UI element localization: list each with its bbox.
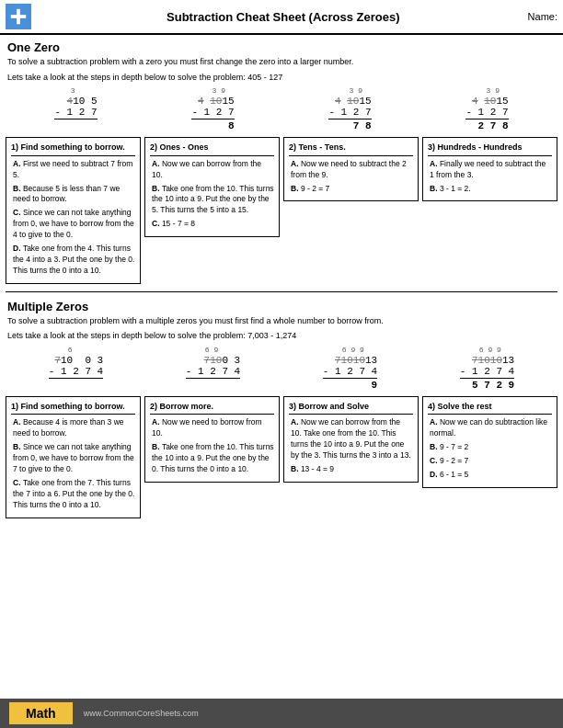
section-divider [6,291,557,292]
box3: 2) Tens - Tens. A. Now we need to subtra… [283,137,419,201]
sub-2: - 1 2 7 [191,107,234,118]
s2-top-4: 7101013 [460,355,514,366]
s2-sub-1: - 1 2 7 4 [49,366,103,377]
s2-box2-item-b: B. Take one from the 10. This turns the … [150,442,274,475]
box4-item-a: A. Finally we need to subtract the 1 fro… [428,159,552,181]
problem-3: 3 9 4 1015 - 1 2 7 7 8 [328,86,371,131]
box4-title: 3) Hundreds - Hundreds [428,142,552,156]
section1-boxes: 1) Find something to borrow. A. First we… [6,137,557,284]
s2-box1-item-c: C. Take one from the 7. This turns the 7… [11,478,135,511]
box1-label-c: C. [13,208,23,217]
problem-4: 3 9 4 1015 - 1 2 7 2 7 8 [465,86,508,131]
logo [6,4,31,29]
s2-ans-4: 5 7 2 9 [460,380,514,391]
section1-desc1: To solve a subtraction problem with a ze… [7,56,556,68]
s2-problem-4: 6 9 9 7101013 - 1 2 7 4 5 7 2 9 [460,346,514,391]
box2-item-b: B. Take one from the 10. This turns the … [150,184,274,217]
box4-item-b: B. 3 - 1 = 2. [428,184,552,195]
s2-ans-1 [49,380,103,391]
s2-top-3: 7101013 [323,355,377,366]
carry-2: 3 9 [191,86,234,96]
ans-2: 8 [191,120,234,131]
sub-1: - 1 2 7 [54,107,97,118]
problem-1: 3 410 5 - 1 2 7 [54,86,97,131]
box2: 2) Ones - Ones A. Now we can borrow from… [144,137,280,237]
s2-box2-title: 2) Borrow more. [150,401,274,415]
carry-4: 3 9 [465,86,508,96]
s2-box3-title: 3) Borrow and Solve [289,401,413,415]
problem-2: 3 9 4 1015 - 1 2 7 8 [191,86,234,131]
s2-ans-3: 9 [323,380,377,391]
top-2: 4 1015 [191,96,234,107]
sub-4: - 1 2 7 [465,107,508,118]
section2-problems: 6 710 0 3 - 1 2 7 4 6 9 7100 3 - 1 2 7 4… [7,346,556,391]
s2-box1-item-b: B. Since we can not take anything from 0… [11,442,135,475]
box1: 1) Find something to borrow. A. First we… [6,137,141,284]
box1-label-d: D. [13,244,23,253]
s2-box4-item-b: B. 9 - 7 = 2 [428,442,552,453]
s2-box4: 4) Solve the rest A. Now we can do subtr… [422,396,557,488]
page-title: Subtraction Cheat Sheet (Across Zeroes) [39,10,528,24]
box1-item-b: B. Because 5 is less than 7 we need to b… [11,184,135,206]
s2-box2-item-a: A. Now we need to borrow from 10. [150,417,274,439]
s2-box4-item-d: D. 6 - 1 = 5 [428,470,552,481]
section2-desc1: To solve a subtraction problem with a mu… [7,315,556,327]
box1-item-d: D. Take one from the 4. This turns the 4… [11,244,135,277]
ans-1 [54,120,97,131]
ans-4: 2 7 8 [465,120,508,131]
page-header: Subtraction Cheat Sheet (Across Zeroes) … [0,0,563,35]
s2-box1-title: 1) Find something to borrow. [11,401,135,415]
section1-title: One Zero [7,40,556,54]
footer-url: www.CommonCoreSheets.com [84,709,199,718]
s2-box1: 1) Find something to borrow. A. Because … [6,396,141,518]
svg-rect-1 [11,15,27,18]
s2-ans-2 [186,380,240,391]
s2-sub-4: - 1 2 7 4 [460,366,514,377]
s2-top-1: 710 0 3 [49,355,103,366]
box2-item-a: A. Now we can borrow from the 10. [150,159,274,181]
s2-problem-1: 6 710 0 3 - 1 2 7 4 [49,346,103,391]
box1-item-c: C. Since we can not take anything from 0… [11,208,135,241]
box2-item-c: C. 15 - 7 = 8 [150,219,274,230]
s2-top-2: 7100 3 [186,355,240,366]
s2-box3-item-b: B. 13 - 4 = 9 [289,464,413,475]
section1-problems: 3 410 5 - 1 2 7 3 9 4 1015 - 1 2 7 8 3 9… [7,86,556,131]
s2-carry-3: 6 9 9 [323,346,377,355]
name-label: Name: [528,11,557,22]
s2-carry-1: 6 [49,346,103,355]
box3-title: 2) Tens - Tens. [289,142,413,156]
box3-item-a: A. Now we need to subtract the 2 from th… [289,159,413,181]
s2-box4-item-c: C. 9 - 2 = 7 [428,456,552,467]
s2-carry-2: 6 9 [186,346,240,355]
s2-problem-3: 6 9 9 7101013 - 1 2 7 4 9 [323,346,377,391]
page-footer: Math www.CommonCoreSheets.com [0,699,563,728]
s2-box4-item-a: A. Now we can do subtraction like normal… [428,417,552,439]
section2-boxes: 1) Find something to borrow. A. Because … [6,396,557,518]
s2-sub-3: - 1 2 7 4 [323,366,377,377]
section1-desc2: Lets take a look at the steps in depth b… [7,72,556,84]
s2-box3: 3) Borrow and Solve A. Now we can borrow… [283,396,419,483]
box3-item-b: B. 9 - 2 = 7 [289,184,413,195]
box1-item-a: A. First we need to subtract 7 from 5. [11,159,135,181]
top-3: 4 1015 [328,96,371,107]
s2-carry-4: 6 9 9 [460,346,514,355]
s2-box2: 2) Borrow more. A. Now we need to borrow… [144,396,280,483]
s2-box4-title: 4) Solve the rest [428,401,552,415]
carry-3: 3 9 [328,86,371,96]
top-4: 4 1015 [465,96,508,107]
box2-title: 2) Ones - Ones [150,142,274,156]
footer-math-label: Math [9,702,73,724]
box1-label-b: B. [13,184,23,193]
section2-title: Multiple Zeros [7,300,556,313]
s2-box3-item-a: A. Now we can borrow from the 10. Take o… [289,417,413,461]
s2-problem-2: 6 9 7100 3 - 1 2 7 4 [186,346,240,391]
box1-label-a: A. [13,159,23,168]
top-1: 410 5 [54,96,97,107]
box4: 3) Hundreds - Hundreds A. Finally we nee… [422,137,557,201]
s2-sub-2: - 1 2 7 4 [186,366,240,377]
section2-desc2: Lets take a look at the steps in depth b… [7,330,556,342]
box1-title: 1) Find something to borrow. [11,142,135,156]
sub-3: - 1 2 7 [328,107,371,118]
s2-box1-item-a: A. Because 4 is more than 3 we need to b… [11,417,135,439]
ans-3: 7 8 [328,120,371,131]
